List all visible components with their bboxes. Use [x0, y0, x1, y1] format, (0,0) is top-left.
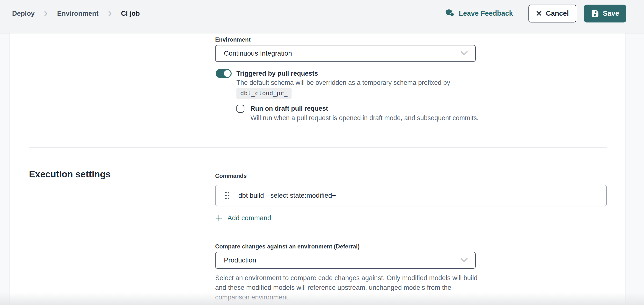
- add-command-label: Add command: [228, 214, 271, 222]
- environment-select[interactable]: Continuous Integration: [215, 45, 476, 62]
- draft-pr-title: Run on draft pull request: [250, 104, 328, 112]
- draft-pr-checkbox[interactable]: [236, 105, 244, 112]
- save-button[interactable]: Save: [584, 4, 626, 22]
- save-icon: [591, 10, 599, 18]
- toggle-knob: [224, 70, 230, 77]
- breadcrumb-item-deploy[interactable]: Deploy: [12, 10, 34, 18]
- chevron-down-icon: [460, 51, 468, 56]
- section-divider: [29, 148, 607, 148]
- drag-handle-icon[interactable]: [223, 189, 232, 202]
- leave-feedback-label: Leave Feedback: [459, 10, 513, 18]
- plus-icon: [215, 214, 223, 222]
- command-input[interactable]: dbt build --select state:modified+: [238, 192, 336, 200]
- draft-pr-description: Will run when a pull request is opened i…: [250, 114, 479, 122]
- deferral-help-text: Select an environment to compare code ch…: [215, 273, 486, 302]
- deferral-help-line: Select an environment to compare code ch…: [215, 273, 486, 283]
- deferral-field-label: Compare changes against an environment (…: [215, 243, 360, 250]
- pr-trigger-title: Triggered by pull requests: [236, 69, 318, 78]
- environment-select-value: Continuous Integration: [224, 50, 292, 57]
- cancel-button[interactable]: Cancel: [528, 4, 576, 22]
- environment-field-label: Environment: [215, 36, 251, 43]
- deferral-select-value: Production: [224, 256, 256, 264]
- chevron-right-icon: [108, 10, 112, 17]
- command-row[interactable]: dbt build --select state:modified+: [215, 185, 607, 206]
- breadcrumb-item-environment[interactable]: Environment: [57, 10, 98, 18]
- commands-label: Commands: [215, 172, 247, 179]
- chevron-right-icon: [44, 10, 48, 17]
- top-header: Deploy Environment CI job Leave Feedback…: [0, 0, 644, 33]
- deferral-help-line: and these modified models will reference…: [215, 283, 486, 292]
- deferral-select[interactable]: Production: [215, 252, 476, 269]
- feedback-icon: [445, 9, 455, 18]
- leave-feedback-link[interactable]: Leave Feedback: [445, 9, 513, 18]
- schema-prefix-code-chip: dbt_cloud_pr_: [236, 88, 292, 99]
- deferral-help-line: comparison environment.: [215, 292, 486, 302]
- chevron-down-icon: [460, 258, 468, 263]
- breadcrumb: Deploy Environment CI job: [12, 10, 140, 18]
- add-command-button[interactable]: Add command: [215, 214, 271, 222]
- header-actions: Leave Feedback Cancel Save: [445, 4, 626, 22]
- page-body: Environment Continuous Integration Trigg…: [0, 33, 644, 305]
- save-button-label: Save: [603, 10, 619, 18]
- breadcrumb-item-ci-job: CI job: [121, 10, 140, 18]
- job-settings-panel: Environment Continuous Integration Trigg…: [10, 33, 626, 305]
- execution-settings-heading: Execution settings: [29, 169, 111, 180]
- pr-trigger-description: The default schema will be overridden as…: [236, 78, 450, 87]
- close-icon: [536, 10, 542, 16]
- cancel-button-label: Cancel: [546, 10, 569, 18]
- pr-trigger-toggle[interactable]: [216, 69, 232, 78]
